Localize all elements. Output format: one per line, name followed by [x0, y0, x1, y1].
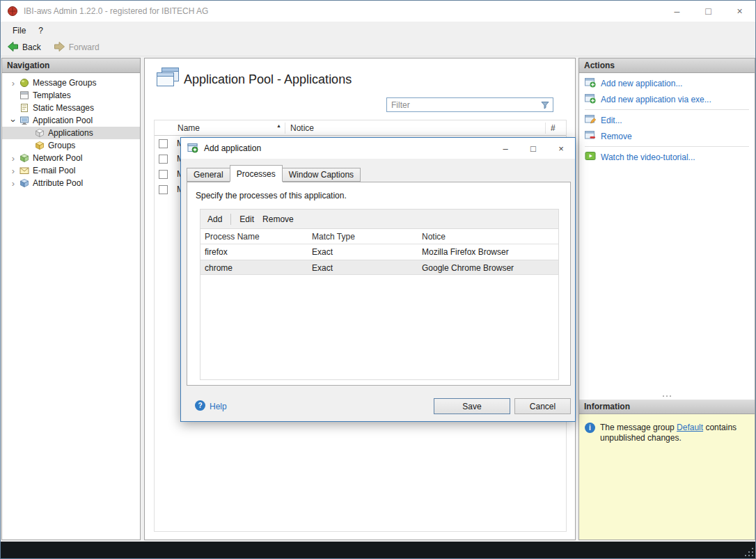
filter-input[interactable]: [387, 100, 537, 110]
forward-arrow-icon: [54, 41, 65, 54]
forward-label: Forward: [69, 42, 100, 52]
dialog-maximize-button[interactable]: □: [519, 138, 547, 159]
edit-process-button[interactable]: Edit: [239, 214, 254, 224]
dialog-window-controls: – □ ×: [491, 138, 575, 159]
toolbar-divider: [230, 214, 231, 225]
column-header-name[interactable]: Name: [178, 123, 200, 133]
chevron-right-icon[interactable]: ›: [8, 154, 19, 163]
information-header: Information: [579, 400, 755, 414]
edit-icon: [585, 114, 596, 127]
action-label: Edit...: [601, 116, 622, 125]
resize-grip-icon[interactable]: [744, 547, 753, 556]
process-row-chrome[interactable]: chrome Exact Google Chrome Browser: [200, 260, 558, 275]
add-application-dialog-icon: [187, 142, 198, 155]
column-header-process-name[interactable]: Process Name: [205, 232, 260, 242]
add-application-dialog: Add application – □ × General Processes …: [180, 137, 576, 422]
dialog-close-button[interactable]: ×: [547, 138, 575, 159]
nav-item-network-pool[interactable]: › Network Pool: [2, 152, 140, 164]
nav-item-label: Applications: [48, 128, 93, 138]
applications-page-icon: [156, 67, 180, 90]
separator: [585, 109, 749, 110]
action-watch-video-tutorial[interactable]: Watch the video-tutorial...: [579, 149, 755, 165]
save-button[interactable]: Save: [434, 398, 510, 414]
network-pool-icon: [19, 153, 30, 163]
column-header-number[interactable]: #: [551, 123, 556, 133]
nav-item-groups[interactable]: › Groups: [2, 139, 140, 152]
remove-process-button[interactable]: Remove: [262, 214, 294, 224]
nav-item-label: Message Groups: [33, 78, 96, 88]
info-icon: i: [585, 423, 595, 433]
add-application-icon: [585, 77, 596, 90]
app-window: IBI-aws Admin 1.22.0 - registered for IB…: [0, 0, 756, 559]
maximize-button[interactable]: □: [693, 1, 724, 22]
nav-item-label: Groups: [48, 141, 75, 150]
column-header-match-type[interactable]: Match Type: [312, 232, 355, 242]
chevron-right-icon[interactable]: ›: [8, 166, 19, 175]
process-row-firefox[interactable]: firefox Exact Mozilla Firefox Browser: [200, 244, 558, 260]
nav-item-application-pool[interactable]: › Application Pool: [2, 114, 140, 127]
nav-item-label: E-mail Pool: [33, 166, 75, 175]
splitter-grip[interactable]: [579, 393, 755, 399]
processes-toolbar: Add Edit Remove: [200, 210, 558, 229]
action-remove[interactable]: Remove: [579, 128, 755, 144]
notice-cell: Mozilla Firefox Browser: [422, 247, 509, 257]
dialog-minimize-button[interactable]: –: [491, 138, 519, 159]
tab-window-captions[interactable]: Window Captions: [282, 168, 361, 182]
chevron-down-icon[interactable]: ›: [9, 115, 18, 126]
nav-item-email-pool[interactable]: › E-mail Pool: [2, 164, 140, 177]
status-bar: [1, 542, 755, 558]
attribute-pool-icon: [19, 178, 30, 188]
tab-general[interactable]: General: [187, 168, 230, 182]
column-header-notice[interactable]: Notice: [422, 232, 446, 242]
nav-item-message-groups[interactable]: › Message Groups: [2, 77, 140, 89]
action-add-new-application[interactable]: Add new application...: [579, 75, 755, 91]
title-bar: IBI-aws Admin 1.22.0 - registered for IB…: [1, 1, 755, 22]
forward-button[interactable]: Forward: [47, 39, 106, 56]
information-panel: i The message group Default contains unp…: [579, 414, 755, 540]
nav-item-templates[interactable]: › Templates: [2, 89, 140, 102]
applications-icon: [34, 128, 45, 138]
minimize-button[interactable]: –: [661, 1, 693, 22]
column-divider: [545, 123, 546, 134]
nav-item-label: Attribute Pool: [33, 178, 83, 188]
menu-file[interactable]: File: [6, 24, 32, 38]
match-type-cell: Exact: [312, 263, 333, 273]
cancel-button[interactable]: Cancel: [514, 398, 571, 414]
default-message-group-link[interactable]: Default: [677, 423, 703, 432]
templates-icon: [19, 90, 30, 100]
application-checkbox[interactable]: [159, 185, 168, 194]
right-panel: Actions Add new application... Add new a…: [578, 58, 755, 540]
add-process-button[interactable]: Add: [207, 214, 222, 224]
chevron-right-icon[interactable]: ›: [8, 79, 19, 88]
process-name-cell: chrome: [205, 263, 233, 273]
nav-item-attribute-pool[interactable]: › Attribute Pool: [2, 177, 140, 189]
close-button[interactable]: ×: [724, 1, 755, 22]
nav-item-applications[interactable]: › Applications: [2, 127, 140, 139]
application-checkbox[interactable]: [159, 139, 168, 148]
menu-help[interactable]: ?: [32, 24, 49, 38]
window-controls: – □ ×: [661, 1, 755, 22]
column-divider: [285, 123, 285, 134]
action-label: Remove: [601, 132, 632, 141]
nav-item-static-messages[interactable]: › Static Messages: [2, 102, 140, 114]
nav-item-label: Static Messages: [33, 103, 94, 113]
chevron-right-icon[interactable]: ›: [8, 179, 19, 188]
application-checkbox[interactable]: [159, 155, 168, 164]
tab-processes[interactable]: Processes: [230, 165, 283, 182]
action-edit[interactable]: Edit...: [579, 112, 755, 128]
navigation-header: Navigation: [2, 58, 140, 73]
notice-cell: Google Chrome Browser: [422, 263, 514, 273]
action-add-new-application-via-exe[interactable]: Add new application via exe...: [579, 91, 755, 107]
dialog-title: Add application: [204, 143, 261, 153]
message-groups-icon: [19, 78, 30, 88]
back-arrow-icon: [7, 41, 19, 54]
column-header-notice[interactable]: Notice: [290, 123, 314, 133]
filter-icon[interactable]: [537, 98, 553, 111]
actions-header: Actions: [579, 58, 755, 73]
video-tutorial-icon: [585, 151, 596, 163]
back-button[interactable]: Back: [1, 39, 47, 56]
help-link[interactable]: Help: [210, 402, 227, 411]
match-type-cell: Exact: [312, 247, 333, 257]
application-checkbox[interactable]: [159, 170, 168, 179]
filter-box: [386, 97, 553, 112]
